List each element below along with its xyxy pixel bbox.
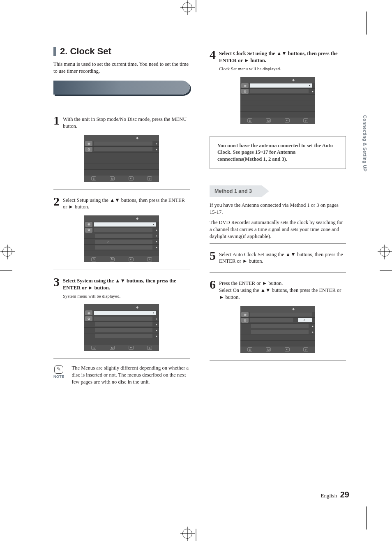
softkey-icon: S bbox=[247, 118, 252, 123]
chevron-right-icon: ▸ bbox=[312, 330, 314, 334]
diamond-icon: ◆ bbox=[292, 78, 295, 82]
chevron-right-icon: ▸ bbox=[312, 324, 314, 328]
registration-mark bbox=[182, 2, 192, 12]
menu-screenshot: ◆ ◉▸ ✿▸ ▸ ♪▸ ▸ S M ↩ ⎆ bbox=[84, 215, 159, 262]
chevron-right-icon: ▸ bbox=[156, 323, 157, 326]
softkey-icon: M bbox=[110, 257, 115, 261]
play-icon: ► bbox=[219, 294, 224, 300]
up-down-arrow-icon: ▲▼ bbox=[277, 51, 287, 56]
softkey-icon: S bbox=[91, 346, 96, 350]
step-text: With the unit in Stop mode/No Disc mode,… bbox=[63, 114, 190, 130]
section-title: 2. Clock Set bbox=[53, 46, 190, 57]
softkey-icon: ⎆ bbox=[303, 347, 308, 351]
softkey-icon: ⎆ bbox=[147, 176, 152, 180]
menu-screenshot: ◆ ◉▸ ✿▸ S M ↩ ⎆ bbox=[240, 77, 315, 124]
side-tab-label: Connecting & Setting UP bbox=[362, 115, 367, 171]
disc-icon: ◉ bbox=[85, 141, 92, 146]
gear-icon: ✿ bbox=[85, 147, 92, 152]
crop-tick bbox=[366, 506, 367, 529]
note-box: ✎ NOTE The Menus are slightly different … bbox=[53, 365, 190, 386]
softkey-icon: M bbox=[266, 118, 271, 123]
softkey-icon: M bbox=[266, 347, 271, 351]
step-3: 3 Select System using the ▲▼ buttons, th… bbox=[53, 276, 190, 299]
gear-icon: ✿ bbox=[241, 318, 249, 323]
paragraph: If you have the Antenna connected via Me… bbox=[210, 202, 346, 216]
step-text: Select System using the ▲▼ buttons, then… bbox=[63, 276, 190, 299]
chevron-right-icon: ▸ bbox=[156, 148, 157, 151]
right-column: 4 Select Clock Set using the ▲▼ buttons,… bbox=[210, 46, 346, 385]
play-icon: ► bbox=[69, 204, 74, 210]
chevron-right-icon: ▸ bbox=[156, 245, 157, 249]
play-icon: ► bbox=[242, 258, 247, 264]
chevron-right-icon: ▸ bbox=[156, 334, 157, 338]
step-1: 1 With the unit in Stop mode/No Disc mod… bbox=[53, 114, 190, 130]
chevron-right-icon: ▸ bbox=[156, 228, 157, 232]
step-number: 5 bbox=[210, 250, 216, 265]
softkey-icon: ↩ bbox=[285, 347, 290, 351]
crop-tick bbox=[38, 506, 38, 529]
crop-tick bbox=[38, 12, 38, 35]
left-column: 2. Clock Set This menu is used to set th… bbox=[53, 46, 190, 385]
softkey-icon: ⎆ bbox=[147, 257, 152, 261]
title-bar-accent bbox=[53, 47, 56, 56]
step-text: Select Clock Set using the ▲▼ buttons, t… bbox=[219, 49, 346, 72]
up-down-arrow-icon: ▲▼ bbox=[110, 197, 120, 203]
step-number: 3 bbox=[53, 276, 60, 299]
pencil-icon: ✎ bbox=[54, 365, 63, 374]
step-5: 5 Select Auto Clock Set using the ▲▼ but… bbox=[210, 250, 346, 265]
chevron-right-icon: ▸ bbox=[156, 317, 157, 321]
check-icon: ✓ bbox=[303, 319, 306, 322]
diamond-icon: ◆ bbox=[136, 136, 138, 140]
section-number: 2. bbox=[60, 46, 67, 56]
disc-icon: ◉ bbox=[241, 83, 249, 88]
softkey-icon: ↩ bbox=[129, 257, 134, 261]
chevron-right-icon: ▸ bbox=[156, 240, 157, 243]
softkey-icon: ⎆ bbox=[147, 346, 152, 350]
chevron-right-icon: ▸ bbox=[156, 234, 157, 238]
page-number: 29 bbox=[340, 490, 349, 499]
page-footer: English -29 bbox=[321, 490, 349, 499]
crop-mark bbox=[196, 0, 196, 12]
gear-icon: ✿ bbox=[241, 89, 249, 94]
section-intro: This menu is used to set the current tim… bbox=[53, 61, 190, 75]
softkey-icon: S bbox=[91, 176, 96, 180]
registration-mark bbox=[182, 529, 192, 539]
note-icon: ♪ bbox=[107, 240, 109, 243]
step-text: Press the ENTER or ► button. Select On u… bbox=[219, 278, 346, 301]
registration-mark bbox=[380, 247, 390, 257]
gear-icon: ✿ bbox=[85, 316, 92, 321]
page-content: 2. Clock Set This menu is used to set th… bbox=[53, 46, 349, 385]
step-6: 6 Press the ENTER or ► button. Select On… bbox=[210, 278, 346, 301]
decorative-banner bbox=[53, 81, 190, 95]
step-subtext: Clock Set menu will be displayed. bbox=[219, 66, 346, 72]
softkey-icon: M bbox=[110, 176, 115, 180]
softkey-icon: ↩ bbox=[129, 176, 134, 180]
chevron-right-icon: ▸ bbox=[156, 328, 157, 332]
diamond-icon: ◆ bbox=[136, 217, 138, 220]
note-label: NOTE bbox=[53, 375, 65, 379]
play-icon: ► bbox=[262, 280, 267, 286]
disc-icon: ◉ bbox=[85, 222, 92, 227]
diamond-icon: ◆ bbox=[292, 307, 295, 311]
step-number: 4 bbox=[210, 49, 216, 72]
chevron-right-icon: ▸ bbox=[156, 142, 157, 146]
method-tag: Method 1 and 3 bbox=[210, 185, 262, 197]
divider bbox=[53, 270, 190, 270]
softkey-icon: ⎆ bbox=[303, 118, 308, 123]
menu-screenshot: ◆ ◉ ✿✓ ▸ ▸ S M ↩ ⎆ bbox=[240, 306, 315, 353]
footer-language: English - bbox=[321, 492, 340, 499]
play-icon: ► bbox=[244, 58, 249, 63]
step-number: 1 bbox=[53, 114, 60, 130]
paragraph: The DVD Recorder automatically sets the … bbox=[210, 219, 346, 240]
step-text: Select Auto Clock Set using the ▲▼ butto… bbox=[219, 250, 346, 265]
registration-mark bbox=[2, 247, 12, 257]
softkey-icon: ↩ bbox=[129, 346, 134, 350]
softkey-icon: ↩ bbox=[285, 118, 290, 123]
step-number: 6 bbox=[210, 278, 216, 301]
step-2: 2 Select Setup using the ▲▼ buttons, the… bbox=[53, 195, 190, 211]
up-down-arrow-icon: ▲▼ bbox=[261, 287, 271, 293]
disc-icon: ◉ bbox=[85, 310, 92, 315]
softkey-icon: S bbox=[247, 347, 252, 351]
divider bbox=[53, 189, 190, 190]
play-icon: ► bbox=[88, 285, 93, 291]
